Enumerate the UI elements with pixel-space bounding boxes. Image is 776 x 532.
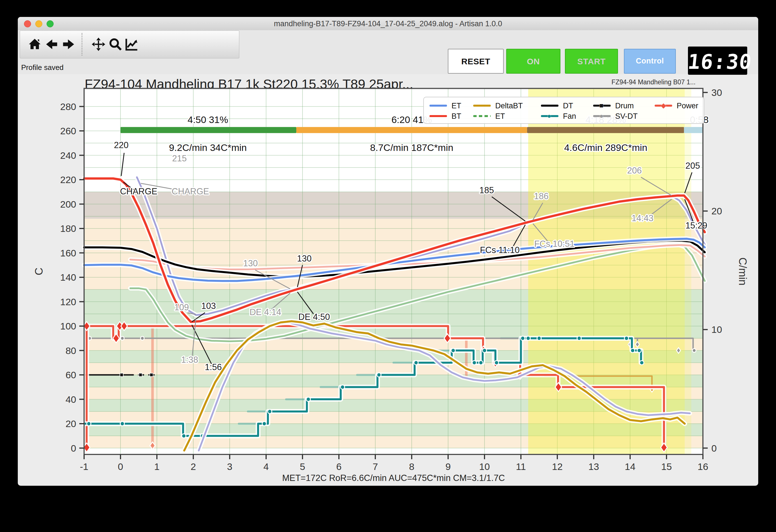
svg-text:0: 0 [711,443,717,454]
svg-text:205: 205 [686,161,700,171]
legend-item-bt: BT [429,111,477,121]
svg-text:4: 4 [263,461,269,472]
svg-text:220: 220 [114,140,129,150]
svg-text:1: 1 [154,461,160,472]
svg-text:120: 120 [60,296,76,307]
svg-text:160: 160 [60,248,76,258]
svg-text:206: 206 [627,166,642,176]
svg-text:4.6C/min 289C*min: 4.6C/min 289C*min [564,142,647,153]
svg-text:240: 240 [60,150,76,161]
svg-text:12: 12 [552,461,563,472]
phase-bars [121,127,703,133]
svg-text:180: 180 [60,223,76,234]
legend: ET DeltaBT DT ■Drum ◆Power BT ET ●Fan ●S… [423,97,704,124]
svg-text:200: 200 [60,199,76,210]
svg-text:5: 5 [300,461,305,472]
svg-text:1:38: 1:38 [181,355,198,365]
svg-text:40: 40 [65,394,76,405]
svg-text:DE 4:50: DE 4:50 [298,312,330,322]
svg-text:10: 10 [479,461,490,472]
phase-bar-development [527,127,684,133]
svg-text:2: 2 [191,461,196,472]
svg-text:185: 185 [479,185,494,195]
svg-text:13: 13 [588,461,599,472]
svg-text:8.7C/min 187C*min: 8.7C/min 187C*min [370,142,453,153]
svg-text:14: 14 [625,461,635,472]
svg-text:220: 220 [60,174,76,185]
artisan-window: mandheling-B17-T89-FZ94-104_17-04-25_204… [18,17,758,486]
svg-text:109: 109 [174,302,189,312]
legend-item-et: ET [429,101,477,110]
legend-item-dt: DT [541,101,592,110]
svg-text:0: 0 [71,443,76,454]
svg-text:16: 16 [698,461,708,472]
svg-text:103: 103 [201,301,216,311]
svg-text:10: 10 [711,324,722,335]
roast-graph: 4:50 31%9.2C/min 34C*min6:20 41%8.7C/min… [18,17,758,486]
svg-text:20: 20 [711,206,722,216]
y2-axis-label: C/min [737,258,749,285]
svg-text:215: 215 [172,154,187,163]
stats-label: MET=172C RoR=6.6C/min AUC=475C*min CM=3.… [282,473,505,483]
svg-text:60: 60 [65,369,76,380]
legend-item-sv-dt: ●SV-DT [593,111,649,121]
legend-item-power: ◆Power [655,101,703,110]
svg-text:0: 0 [118,461,123,472]
phase-bar-cooling [684,127,703,133]
svg-text:DE 4:14: DE 4:14 [249,307,281,317]
svg-text:130: 130 [297,254,312,263]
svg-text:20: 20 [65,418,76,429]
svg-text:15:29: 15:29 [686,221,708,231]
svg-text:280: 280 [60,101,76,112]
phase-bar-maillard [296,127,527,133]
svg-text:FCs 11:10: FCs 11:10 [480,245,520,255]
svg-text:6: 6 [336,461,342,472]
svg-text:14:43: 14:43 [631,213,653,223]
screenshot-stage: mandheling-B17-T89-FZ94-104_17-04-25_204… [0,0,776,532]
legend-item-drum: ■Drum [593,101,649,110]
svg-text:CHARGE: CHARGE [172,187,209,196]
legend-item-deltabt: DeltaBT [473,101,538,110]
svg-text:80: 80 [65,345,76,356]
svg-text:9.2C/min 34C*min: 9.2C/min 34C*min [169,142,247,153]
svg-text:140: 140 [60,272,76,283]
svg-text:30: 30 [711,87,722,98]
svg-text:15: 15 [661,461,672,472]
svg-text:130: 130 [243,258,258,268]
svg-text:8: 8 [409,461,414,472]
svg-text:3: 3 [227,461,232,472]
svg-text:7: 7 [373,461,378,472]
svg-text:-1: -1 [80,461,88,472]
svg-text:4:50 31%: 4:50 31% [188,114,228,125]
phase-bar-drying [121,127,296,133]
svg-text:1:56: 1:56 [205,362,222,372]
svg-text:11: 11 [516,461,526,472]
svg-text:9: 9 [445,461,451,472]
y-axis-label: C [33,268,45,275]
legend-item-bg-et: ET [473,111,538,121]
svg-text:186: 186 [534,191,549,201]
svg-text:100: 100 [60,321,76,331]
svg-text:CHARGE: CHARGE [120,187,158,196]
svg-text:260: 260 [60,125,76,136]
legend-item-fan: ●Fan [541,111,592,121]
svg-text:FCs 10:51: FCs 10:51 [534,239,575,249]
